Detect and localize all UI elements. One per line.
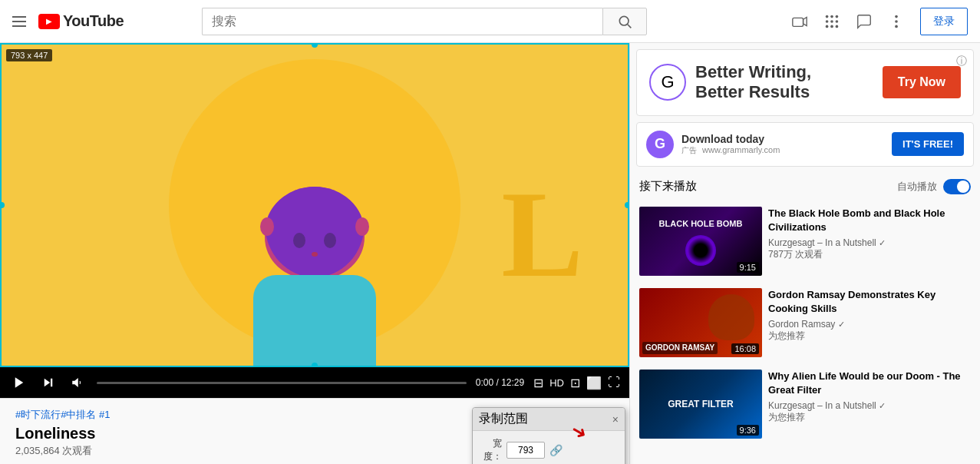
char-body (253, 275, 376, 367)
width-input[interactable] (506, 442, 545, 459)
width-row: 宽度： 🔗 (480, 437, 617, 463)
ad-banner[interactable]: ⓘ G Better Writing, Better Results Try N… (636, 49, 974, 116)
svg-point-7 (826, 20, 829, 23)
play-button[interactable] (9, 373, 29, 393)
header-left: YouTube (12, 12, 124, 30)
thumbnail-gordon: GORDON RAMSAY 16:08 (639, 288, 762, 357)
header-right: 登录 (791, 8, 968, 35)
video-card-black-hole[interactable]: BLACK HOLE BOMB 9:15 The Black Hole Bomb… (630, 201, 980, 282)
grammarly-dl-logo: G (646, 131, 674, 158)
subtitles-icon[interactable]: ⊟ (533, 376, 543, 390)
ad-info-icon[interactable]: ⓘ (956, 55, 967, 68)
card-info-black-hole: The Black Hole Bomb and Black Hole Civil… (768, 207, 971, 276)
fullscreen-icon[interactable]: ⛶ (608, 376, 620, 389)
svg-point-12 (836, 25, 839, 28)
more-options-icon[interactable] (888, 13, 905, 30)
main-content: 793 x 447 L (0, 43, 980, 464)
svg-point-9 (836, 20, 839, 23)
svg-point-6 (836, 15, 839, 18)
ad-dl-sub: 广告 www.grammarly.com (681, 145, 884, 156)
svg-point-14 (895, 20, 898, 23)
ad-dl-title: Download today (681, 133, 884, 145)
card-channel-great-filter: Kurzgesagt – In a Nutshell ✓ (768, 400, 971, 411)
char-nose (312, 252, 318, 257)
dialog-title: 录制范围 (479, 411, 528, 427)
svg-point-15 (895, 25, 898, 28)
video-section: 793 x 447 L (0, 43, 629, 464)
ad-dl-info: Download today 广告 www.grammarly.com (681, 133, 884, 156)
card-meta-great-filter: 为您推荐 (768, 411, 971, 424)
up-next-label: 接下来播放 (639, 179, 697, 194)
dialog-body: 宽度： 🔗 高度： 录制 (473, 431, 625, 464)
apps-icon[interactable] (823, 13, 840, 30)
sidebar: ⓘ G Better Writing, Better Results Try N… (629, 43, 980, 464)
up-next-header: 接下来播放 自动播放 (630, 173, 980, 201)
hamburger-icon[interactable] (12, 16, 26, 27)
video-card-gordon[interactable]: GORDON RAMSAY 16:08 Gordon Ramsay Demons… (630, 282, 980, 363)
svg-line-1 (628, 24, 632, 28)
svg-point-5 (830, 15, 833, 18)
progress-bar[interactable] (97, 382, 467, 384)
login-button[interactable]: 登录 (920, 8, 968, 35)
chain-icon[interactable]: 🔗 (549, 444, 563, 456)
ctrl-right: ⊟ HD ⊡ ⬜ ⛶ (533, 376, 620, 390)
autoplay-label: 自动播放 (897, 180, 937, 194)
ad-download[interactable]: G Download today 广告 www.grammarly.com IT… (636, 122, 974, 167)
header: YouTube (0, 0, 980, 43)
messages-icon[interactable] (856, 13, 873, 30)
duration-gordon: 16:08 (731, 343, 759, 354)
svg-marker-16 (15, 377, 24, 388)
video-card-great-filter[interactable]: GREAT FILTER 9:36 Why Alien Life Would b… (630, 363, 980, 445)
dialog-header: 录制范围 × (473, 408, 625, 431)
card-title-black-hole: The Black Hole Bomb and Black Hole Civil… (768, 207, 971, 234)
card-channel-black-hole: Kurzgesagt – In a Nutshell ✓ (768, 237, 971, 248)
next-button[interactable] (38, 373, 58, 393)
logo-text: YouTube (63, 12, 124, 30)
svg-rect-2 (793, 18, 803, 26)
camera-icon[interactable] (791, 13, 808, 30)
its-free-button[interactable]: IT'S FREE! (892, 132, 964, 156)
char-face (284, 225, 345, 271)
char-head (265, 187, 365, 279)
svg-point-0 (620, 16, 629, 25)
miniplayer-icon[interactable]: ⊡ (570, 376, 580, 390)
autoplay-section: 自动播放 (897, 179, 971, 194)
try-now-button[interactable]: Try Now (883, 66, 961, 98)
capture-dialog: 录制范围 × 宽度： 🔗 高度： 录制 (472, 407, 625, 464)
char-eye-right (324, 233, 336, 248)
svg-rect-18 (51, 379, 52, 387)
duration-black-hole: 9:15 (737, 262, 759, 273)
svg-marker-17 (45, 379, 51, 387)
card-channel-gordon: Gordon Ramsay ✓ (768, 319, 971, 330)
card-info-great-filter: Why Alien Life Would be our Doom - The G… (768, 370, 971, 439)
svg-point-11 (830, 25, 833, 28)
scene-letter: L (501, 164, 583, 306)
char-ear-left (260, 217, 274, 236)
search-input[interactable] (202, 8, 602, 35)
theater-icon[interactable]: ⬜ (586, 376, 602, 390)
bh-thumb-text: BLACK HOLE BOMB (656, 216, 746, 232)
width-label: 宽度： (480, 437, 502, 463)
volume-button[interactable] (68, 373, 87, 393)
youtube-icon (38, 14, 60, 29)
settings-icon[interactable]: HD (549, 377, 564, 389)
video-scene: L (0, 43, 629, 367)
card-title-gordon: Gordon Ramsay Demonstrates Key Cooking S… (768, 288, 971, 316)
svg-marker-3 (803, 17, 807, 25)
character (253, 187, 376, 367)
search-button[interactable] (602, 8, 647, 35)
svg-point-13 (895, 15, 898, 18)
svg-point-8 (830, 20, 833, 23)
video-player[interactable]: 793 x 447 L (0, 43, 629, 367)
dialog-close-button[interactable]: × (612, 413, 619, 426)
autoplay-toggle[interactable] (943, 179, 971, 194)
gf-thumb-text: GREAT FILTER (668, 399, 734, 409)
search-bar (202, 8, 647, 35)
logo[interactable]: YouTube (38, 12, 124, 30)
gordon-thumb-text: GORDON RAMSAY (642, 342, 718, 354)
time-display: 0:00 / 12:29 (476, 377, 524, 388)
dimension-badge: 793 x 447 (6, 49, 52, 61)
card-title-great-filter: Why Alien Life Would be our Doom - The G… (768, 370, 971, 397)
ad-text: Better Writing, Better Results (695, 62, 811, 103)
svg-marker-19 (72, 378, 78, 387)
